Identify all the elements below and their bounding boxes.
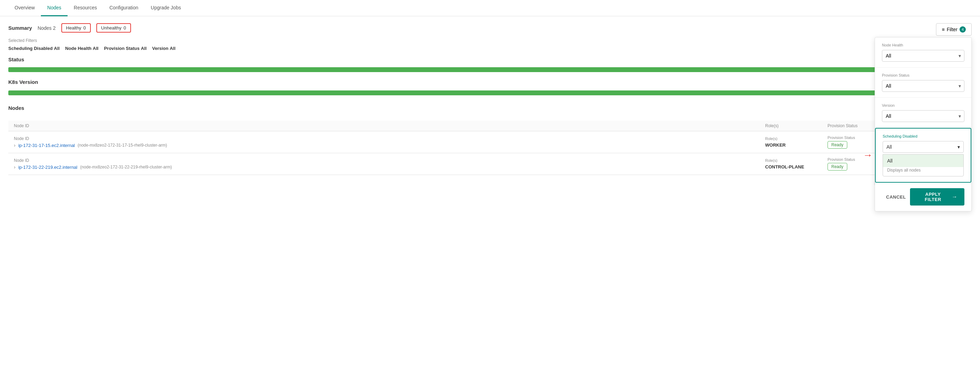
version-label: Version xyxy=(882,103,964,107)
nodes-count: Nodes 2 xyxy=(37,25,56,31)
scheduling-current-value: All xyxy=(886,144,892,150)
chevron-up-icon: ▾ xyxy=(958,144,960,150)
k8s-version-title: K8s Version xyxy=(8,79,972,85)
filter-actions: CANCEL APPLY FILTER → xyxy=(875,183,971,211)
nodes-header: Nodes ⇅ Sort By: Host name (a-z) xyxy=(8,103,972,115)
apply-filter-button[interactable]: APPLY FILTER → xyxy=(910,188,964,205)
filter-icon: ≡ xyxy=(942,27,945,32)
col-roles: Role(s) xyxy=(765,123,827,128)
red-arrow-icon: → xyxy=(863,150,873,160)
cancel-button[interactable]: CANCEL xyxy=(882,192,910,202)
node-id-col-2: Node ID › ip-172-31-22-219.ec2.internal … xyxy=(14,158,765,170)
tab-configuration[interactable]: Configuration xyxy=(103,0,145,16)
nodes-section: Nodes ⇅ Sort By: Host name (a-z) Node ID… xyxy=(8,103,972,192)
arrow-indicator: → xyxy=(863,150,873,161)
provision-badge-1: Ready xyxy=(827,141,847,149)
apply-filter-label: APPLY FILTER xyxy=(917,192,949,202)
k8s-version-section: K8s Version xyxy=(8,79,972,95)
apply-arrow-icon: → xyxy=(952,194,958,200)
filter-chips: Scheduling Disabled All Node Health All … xyxy=(8,46,972,51)
provision-status-select-wrap: All Ready Provisioning Failed xyxy=(882,80,964,92)
scheduling-disabled-label: Scheduling Disabled xyxy=(883,134,964,138)
healthy-count: 0 xyxy=(84,25,86,30)
nav-tabs: Overview Nodes Resources Configuration U… xyxy=(0,0,980,16)
chip-scheduling-disabled: Scheduling Disabled All xyxy=(8,46,60,51)
unhealthy-badge[interactable]: Unhealthy 0 xyxy=(96,23,131,33)
filter-label: Filter xyxy=(947,27,958,32)
table-header: Node ID Role(s) Provision Status Node He… xyxy=(8,121,972,131)
roles-label-2: Role(s) xyxy=(765,158,827,162)
node-health-label: Node Health xyxy=(882,43,964,47)
node-id-label-2: Node ID xyxy=(14,158,765,163)
col-node-id: Node ID xyxy=(14,123,765,128)
scheduling-dropdown: All Displays all nodes xyxy=(883,154,964,176)
selected-filters-title: Selected Filters xyxy=(8,38,972,43)
main-content: Summary Nodes 2 Healthy 0 Unhealthy 0 ≡ … xyxy=(0,16,980,199)
tab-resources[interactable]: Resources xyxy=(68,0,103,16)
status-section: Status Discovered 0 Approved 0 Provis xyxy=(8,57,972,72)
filter-button[interactable]: ≡ Filter 4 xyxy=(936,23,972,36)
selected-filters-section: Selected Filters Scheduling Disabled All… xyxy=(8,38,972,51)
expand-btn-1[interactable]: › xyxy=(14,143,16,148)
healthy-badge[interactable]: Healthy 0 xyxy=(61,23,91,33)
filter-panel: Node Health All Healthy Unhealthy Provis… xyxy=(875,37,972,211)
healthy-label: Healthy xyxy=(66,25,81,30)
status-progress-bar xyxy=(8,67,972,72)
unhealthy-count: 0 xyxy=(123,25,126,30)
filter-version: Version All xyxy=(875,98,971,128)
filter-node-health: Node Health All Healthy Unhealthy xyxy=(875,37,971,68)
provision-badge-2: Ready xyxy=(827,163,847,170)
summary-label: Summary xyxy=(8,25,32,31)
role-col-1: Role(s) WORKER xyxy=(765,137,827,148)
status-title: Status xyxy=(8,57,24,62)
filter-provision-status: Provision Status All Ready Provisioning … xyxy=(875,68,971,98)
node-id-sub-2: (node-mx8zeo2-172-31-22-219-rhel9-cluste… xyxy=(80,165,172,170)
k8s-progress-bar xyxy=(8,91,972,95)
scheduling-option-all-desc: Displays all nodes xyxy=(883,167,963,176)
tab-upgrade-jobs[interactable]: Upgrade Jobs xyxy=(145,0,187,16)
node-id-label-1: Node ID xyxy=(14,136,765,141)
filter-badge-count: 4 xyxy=(959,26,966,33)
version-select[interactable]: All xyxy=(882,110,964,122)
provision-status-select[interactable]: All Ready Provisioning Failed xyxy=(882,80,964,92)
expand-btn-2[interactable]: › xyxy=(14,164,16,170)
chip-version: Version All xyxy=(152,46,175,51)
node-id-main-2: ip-172-31-22-219.ec2.internal xyxy=(18,165,78,170)
role-col-2: Role(s) CONTROL-PLANE xyxy=(765,158,827,170)
node-health-select[interactable]: All Healthy Unhealthy xyxy=(882,50,964,62)
roles-val-1: WORKER xyxy=(765,143,786,148)
chip-provision-status: Provision Status All xyxy=(104,46,146,51)
table-footer: Rows per page: 10 25 50 ▾ 1-2 of 2 ‹ › xyxy=(8,175,972,192)
node-id-sub-1: (node-mx8zeo2-172-31-17-15-rhel9-cluster… xyxy=(78,143,167,148)
roles-label-1: Role(s) xyxy=(765,137,827,141)
nodes-title: Nodes xyxy=(8,105,24,111)
tab-nodes[interactable]: Nodes xyxy=(41,0,67,16)
tab-overview[interactable]: Overview xyxy=(8,0,41,16)
unhealthy-label: Unhealthy xyxy=(101,25,122,30)
filter-scheduling-disabled: Scheduling Disabled All ▾ All Displays a… xyxy=(875,128,971,183)
roles-val-2: CONTROL-PLANE xyxy=(765,164,804,170)
summary-bar: Summary Nodes 2 Healthy 0 Unhealthy 0 xyxy=(8,23,972,33)
node-health-select-wrap: All Healthy Unhealthy xyxy=(882,50,964,62)
chip-node-health: Node Health All xyxy=(65,46,99,51)
version-select-wrap: All xyxy=(882,110,964,122)
table-row[interactable]: Node ID › ip-172-31-17-15.ec2.internal (… xyxy=(8,131,972,153)
node-id-col-1: Node ID › ip-172-31-17-15.ec2.internal (… xyxy=(14,136,765,148)
provision-status-label: Provision Status xyxy=(882,73,964,77)
node-id-main-1: ip-172-31-17-15.ec2.internal xyxy=(18,143,75,148)
scheduling-option-all[interactable]: All xyxy=(883,154,963,167)
table-row[interactable]: Node ID › ip-172-31-22-219.ec2.internal … xyxy=(8,153,972,175)
scheduling-select-value[interactable]: All ▾ xyxy=(883,141,964,153)
